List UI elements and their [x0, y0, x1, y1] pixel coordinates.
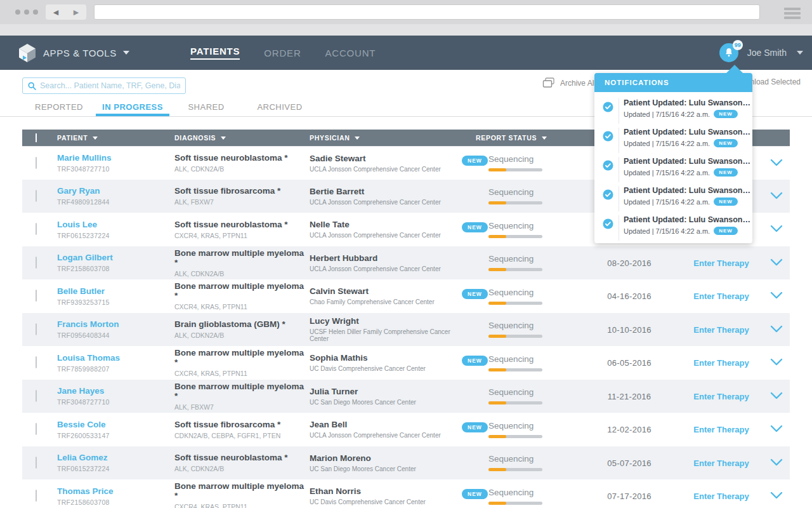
progress-fill	[488, 201, 506, 204]
diagnosis-genes: ALK, FBXW7	[174, 403, 310, 411]
row-checkbox[interactable]	[36, 457, 37, 469]
notification-title: Patient Updated: Lulu Swanson…	[624, 155, 752, 166]
row-expand-chevron-icon[interactable]	[770, 425, 783, 432]
enter-therapy-link[interactable]: Enter Therapy	[693, 358, 749, 368]
row-expand-chevron-icon[interactable]	[770, 458, 783, 466]
notifications-bell-button[interactable]: 99	[719, 43, 738, 62]
archive-all-button[interactable]: Archive All	[542, 77, 596, 88]
patient-name-link[interactable]: Francis Morton	[57, 319, 174, 329]
patient-trf: TRF2600533147	[57, 432, 174, 439]
notifications-title: NOTIFICATIONS	[594, 73, 752, 92]
check-circle-icon	[603, 102, 613, 112]
enter-therapy-link[interactable]: Enter Therapy	[693, 325, 749, 335]
diagnosis-name: Bone marrow multiple myeloma *	[174, 248, 310, 267]
row-checkbox[interactable]	[36, 490, 37, 502]
report-status-text: Sequencing	[488, 187, 579, 197]
nav-order[interactable]: ORDER	[264, 48, 301, 58]
tab-archived[interactable]: ARCHIVED	[243, 98, 317, 116]
sort-icon	[221, 137, 226, 140]
notification-item[interactable]: Patient Updated: Lulu Swanson… Updated |…	[594, 184, 752, 213]
row-expand-chevron-icon[interactable]	[770, 159, 783, 166]
enter-therapy-link[interactable]: Enter Therapy	[693, 291, 749, 301]
patient-name-link[interactable]: Gary Ryan	[57, 186, 174, 196]
forward-icon[interactable]: ▶	[74, 8, 79, 17]
patient-name-link[interactable]: Louis Lee	[57, 220, 174, 229]
patient-name-link[interactable]: Belle Butler	[57, 286, 174, 296]
row-expand-chevron-icon[interactable]	[770, 325, 783, 333]
progress-fill	[488, 302, 506, 305]
table-row: Louisa Thomas TRF7859988207 Bone marrow …	[22, 346, 790, 380]
diagnosis-genes: ALK, CDKN2A/B	[174, 465, 310, 472]
user-menu-chevron-icon[interactable]	[797, 51, 803, 55]
browser-nav-buttons[interactable]: ◀ ▶	[46, 4, 86, 20]
row-checkbox[interactable]	[36, 390, 37, 402]
nav-account[interactable]: ACCOUNT	[325, 48, 376, 58]
row-checkbox[interactable]	[36, 190, 37, 202]
notification-title: Patient Updated: Lulu Swanson…	[624, 184, 752, 195]
user-name[interactable]: Joe Smith	[747, 48, 787, 58]
tab-shared[interactable]: SHARED	[169, 98, 243, 116]
enter-therapy-link[interactable]: Enter Therapy	[693, 458, 749, 468]
browser-menu-icon[interactable]	[784, 8, 801, 21]
notification-meta: Updated | 7/15/16 4:22 a.m.	[624, 198, 710, 206]
physician-org: UCLA Jonsson Comprehensive Cancer Center	[310, 232, 457, 239]
row-expand-chevron-icon[interactable]	[770, 491, 783, 499]
row-checkbox[interactable]	[36, 223, 37, 235]
nav-patients[interactable]: PATIENTS	[190, 46, 240, 60]
patient-name-link[interactable]: Louisa Thomas	[57, 353, 174, 363]
patient-name-link[interactable]: Marie Mullins	[57, 153, 174, 163]
header-report-status[interactable]: REPORT STATUS	[457, 134, 579, 142]
window-controls[interactable]	[15, 10, 38, 15]
enter-therapy-link[interactable]: Enter Therapy	[693, 425, 749, 434]
row-expand-chevron-icon[interactable]	[770, 358, 783, 366]
row-expand-chevron-icon[interactable]	[770, 291, 783, 299]
row-checkbox[interactable]	[36, 157, 37, 169]
physician-name: Julia Turner	[310, 387, 457, 396]
row-checkbox[interactable]	[36, 257, 37, 269]
physician-name: Lucy Wright	[310, 316, 457, 326]
apps-tools-menu[interactable]: APPS & TOOLS	[43, 36, 129, 70]
divider	[619, 98, 619, 124]
enter-therapy-link[interactable]: Enter Therapy	[693, 258, 749, 268]
search-input[interactable]	[40, 81, 180, 90]
row-checkbox[interactable]	[36, 423, 37, 435]
row-expand-chevron-icon[interactable]	[770, 392, 783, 399]
row-checkbox[interactable]	[36, 356, 37, 368]
search-box[interactable]	[22, 77, 186, 94]
select-all-checkbox[interactable]	[36, 133, 37, 142]
patient-name-link[interactable]: Thomas Price	[57, 486, 174, 496]
diagnosis-genes: ALK, CDKN2A/B	[174, 270, 310, 277]
row-checkbox[interactable]	[36, 323, 37, 335]
progress-bar	[488, 235, 542, 238]
patient-name-link[interactable]: Jane Hayes	[57, 386, 174, 396]
header-physician[interactable]: PHYSICIAN	[310, 134, 457, 142]
back-icon[interactable]: ◀	[53, 8, 58, 17]
patient-name-link[interactable]: Lelia Gomez	[57, 453, 174, 462]
diagnosis-name: Bone marrow multiple myeloma *	[174, 281, 310, 300]
row-expand-chevron-icon[interactable]	[770, 258, 783, 266]
row-expand-chevron-icon[interactable]	[770, 192, 783, 199]
notification-item[interactable]: Patient Updated: Lulu Swanson… Updated |…	[594, 155, 752, 184]
notification-item[interactable]: Patient Updated: Lulu Swanson… Updated |…	[594, 213, 752, 243]
row-expand-chevron-icon[interactable]	[770, 225, 783, 232]
enter-therapy-link[interactable]: Enter Therapy	[693, 491, 749, 501]
header-diagnosis[interactable]: DIAGNOSIS	[174, 134, 310, 142]
progress-bar	[488, 302, 542, 305]
notification-item[interactable]: Patient Updated: Lulu Swanson… Updated |…	[594, 97, 752, 126]
tab-in-progress[interactable]: IN PROGRESS	[96, 98, 169, 116]
tab-reported[interactable]: REPORTED	[22, 98, 96, 116]
enter-therapy-link[interactable]: Enter Therapy	[693, 392, 749, 401]
diagnosis-genes: ALK, FBXW7	[174, 198, 310, 206]
diagnosis-name: Bone marrow multiple myeloma *	[174, 382, 310, 401]
diagnosis-name: Soft tissue neuroblastoma *	[174, 453, 310, 462]
url-bar[interactable]	[94, 4, 760, 20]
report-status-text: Sequencing	[488, 421, 579, 431]
row-checkbox[interactable]	[36, 290, 37, 302]
patient-name-link[interactable]: Logan Gilbert	[57, 253, 174, 262]
new-badge: NEW	[462, 289, 488, 299]
notification-item[interactable]: Patient Updated: Lulu Swanson… Updated |…	[594, 126, 752, 155]
header-patient[interactable]: PATIENT	[57, 134, 174, 142]
report-status-text: Sequencing	[488, 488, 579, 497]
patient-name-link[interactable]: Bessie Cole	[57, 420, 174, 429]
progress-fill	[488, 502, 506, 505]
